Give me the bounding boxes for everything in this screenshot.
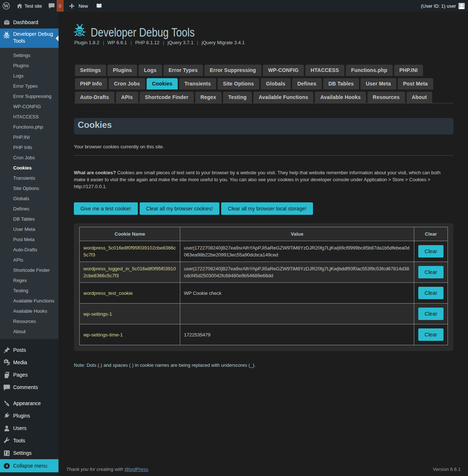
svg-text:W: W [4,3,9,9]
